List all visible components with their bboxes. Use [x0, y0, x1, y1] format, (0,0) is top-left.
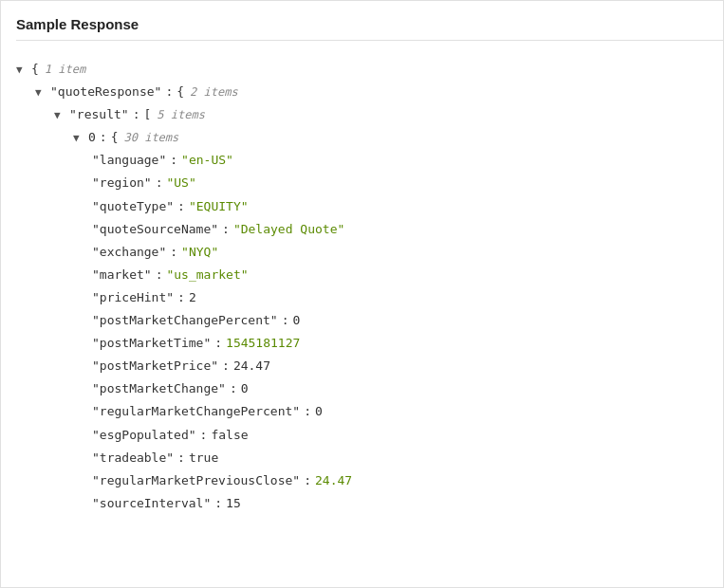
field-key: "exchange"	[92, 242, 166, 263]
quote-response-colon: :	[165, 82, 173, 102]
result-toggle[interactable]: ▼	[54, 107, 65, 125]
root-toggle[interactable]: ▼	[16, 62, 28, 80]
field-row: "quoteType" : "EQUITY"	[16, 195, 723, 218]
field-key: "postMarketPrice"	[92, 356, 218, 377]
field-key: "postMarketChange"	[92, 378, 226, 399]
zero-key: 0	[88, 127, 96, 148]
quote-response-key: "quoteResponse"	[50, 82, 161, 102]
field-colon: :	[304, 470, 311, 491]
result-key: "result"	[69, 104, 129, 125]
field-row: "postMarketChange" : 0	[16, 377, 723, 400]
field-value: 0	[241, 378, 249, 399]
field-colon: :	[170, 242, 177, 263]
field-key: "language"	[92, 150, 166, 171]
zero-toggle[interactable]: ▼	[73, 130, 84, 148]
result-row: ▼ "result" : [ 5 items	[16, 103, 723, 126]
field-value: "NYQ"	[181, 242, 218, 263]
field-row: "postMarketPrice" : 24.47	[16, 355, 723, 377]
field-key: "priceHint"	[92, 287, 174, 308]
field-colon: :	[177, 287, 185, 308]
field-key: "quoteSourceName"	[92, 219, 218, 240]
field-key: "postMarketTime"	[92, 333, 211, 354]
field-colon: :	[156, 173, 163, 193]
result-count: 5 items	[157, 105, 205, 124]
field-value: "EQUITY"	[189, 196, 249, 217]
field-value: 0	[293, 310, 301, 331]
field-key: "region"	[92, 173, 152, 193]
section-title: Sample Response	[16, 16, 723, 41]
field-colon: :	[200, 425, 208, 446]
field-key: "regularMarketChangePercent"	[92, 401, 300, 422]
field-key: "postMarketChangePercent"	[92, 310, 278, 331]
field-row: "regularMarketPreviousClose" : 24.47	[16, 469, 723, 492]
field-colon: :	[214, 333, 222, 354]
zero-colon: :	[100, 127, 107, 148]
field-colon: :	[170, 150, 177, 171]
field-value: "US"	[166, 173, 195, 193]
field-row: "priceHint" : 2	[16, 286, 723, 309]
field-row: "language" : "en-US"	[16, 149, 723, 172]
field-colon: :	[177, 196, 185, 217]
field-key: "esgPopulated"	[92, 425, 196, 446]
fields-container: "language" : "en-US""region" : "US""quot…	[16, 149, 723, 515]
field-colon: :	[222, 356, 230, 377]
field-colon: :	[214, 493, 222, 514]
field-value: 2	[189, 287, 196, 308]
zero-row: ▼ 0 : { 30 items	[16, 126, 723, 149]
field-row: "postMarketTime" : 1545181127	[16, 332, 723, 355]
zero-bracket: {	[111, 127, 119, 148]
field-key: "market"	[92, 265, 152, 285]
field-colon: :	[177, 448, 185, 469]
field-row: "postMarketChangePercent" : 0	[16, 309, 723, 332]
field-value: "us_market"	[166, 265, 248, 285]
field-value: 0	[315, 401, 323, 422]
field-colon: :	[222, 219, 230, 240]
quote-response-toggle[interactable]: ▼	[35, 84, 46, 102]
root-count: 1 item	[45, 60, 85, 79]
field-key: "regularMarketPreviousClose"	[92, 470, 300, 491]
field-value: 24.47	[315, 470, 352, 491]
field-value: false	[211, 425, 248, 446]
field-colon: :	[230, 378, 237, 399]
root-bracket: {	[31, 59, 39, 80]
main-container: Sample Response ▼ { 1 item ▼ "quoteRespo…	[0, 0, 724, 588]
field-value: 15	[226, 493, 241, 514]
field-value: true	[189, 448, 218, 469]
field-colon: :	[156, 265, 163, 285]
field-colon: :	[304, 401, 311, 422]
field-row: "exchange" : "NYQ"	[16, 241, 723, 264]
field-row: "esgPopulated" : false	[16, 424, 723, 447]
field-key: "sourceInterval"	[92, 493, 211, 514]
field-key: "tradeable"	[92, 448, 174, 469]
quote-response-count: 2 items	[190, 83, 238, 101]
field-value: 24.47	[233, 356, 270, 377]
zero-count: 30 items	[123, 128, 178, 147]
field-value: "Delayed Quote"	[233, 219, 344, 240]
field-value: "en-US"	[181, 150, 233, 171]
field-row: "sourceInterval" : 15	[16, 492, 723, 515]
quote-response-bracket: {	[176, 82, 184, 102]
quote-response-row: ▼ "quoteResponse" : { 2 items	[16, 81, 723, 103]
field-row: "market" : "us_market"	[16, 264, 723, 286]
field-row: "region" : "US"	[16, 172, 723, 194]
json-tree: ▼ { 1 item ▼ "quoteResponse" : { 2 items…	[16, 58, 723, 515]
field-row: "regularMarketChangePercent" : 0	[16, 400, 723, 423]
result-colon: :	[133, 104, 140, 125]
result-bracket: [	[143, 104, 151, 125]
field-value: 1545181127	[226, 333, 300, 354]
field-colon: :	[282, 310, 289, 331]
field-key: "quoteType"	[92, 196, 174, 217]
field-row: "quoteSourceName" : "Delayed Quote"	[16, 218, 723, 241]
root-row: ▼ { 1 item	[16, 58, 723, 81]
field-row: "tradeable" : true	[16, 447, 723, 469]
